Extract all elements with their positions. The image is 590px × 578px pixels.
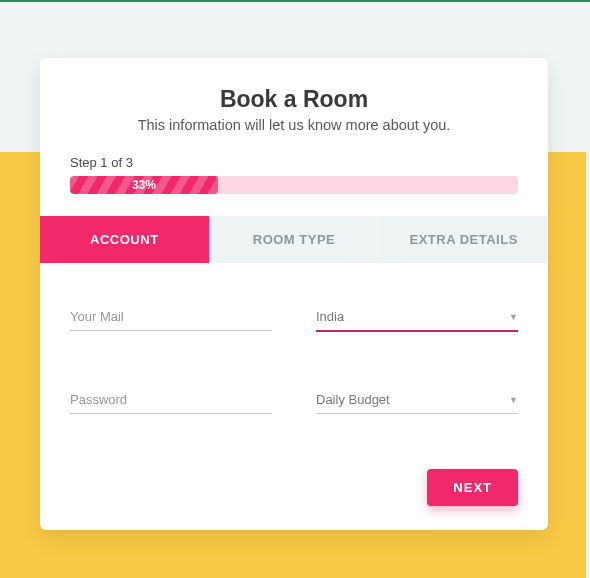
budget-selected: Daily Budget [316,392,390,407]
password-field[interactable] [70,386,272,414]
tab-room-type[interactable]: ROOM TYPE [209,216,379,263]
booking-card: Book a Room This information will let us… [40,58,548,530]
email-field[interactable] [70,303,272,331]
chevron-down-icon: ▼ [509,395,518,405]
country-selected: India [316,309,344,324]
page-subtitle: This information will let us know more a… [70,117,518,133]
chevron-down-icon: ▼ [509,312,518,322]
email-field-wrap [70,303,272,332]
tab-label: ACCOUNT [90,232,159,247]
progress-track: 33% [70,176,518,194]
page-top-border [0,0,590,2]
card-footer: NEXT [70,449,518,506]
tab-account[interactable]: ACCOUNT [40,216,209,263]
password-field-wrap [70,386,272,414]
country-field-wrap: India ▼ [316,303,518,332]
country-select[interactable]: India ▼ [316,303,518,332]
form-grid: India ▼ Daily Budget ▼ [70,303,518,414]
wizard-tabs: ACCOUNT ROOM TYPE EXTRA DETAILS [40,216,548,263]
tab-label: ROOM TYPE [253,232,336,247]
progress-bar: 33% [70,176,218,194]
step-label: Step 1 of 3 [70,155,518,170]
tab-extra-details[interactable]: EXTRA DETAILS [378,216,548,263]
budget-select[interactable]: Daily Budget ▼ [316,386,518,414]
page-title: Book a Room [70,86,518,113]
budget-field-wrap: Daily Budget ▼ [316,386,518,414]
tab-label: EXTRA DETAILS [410,232,518,247]
next-button[interactable]: NEXT [427,469,518,506]
progress-percent: 33% [132,178,156,192]
